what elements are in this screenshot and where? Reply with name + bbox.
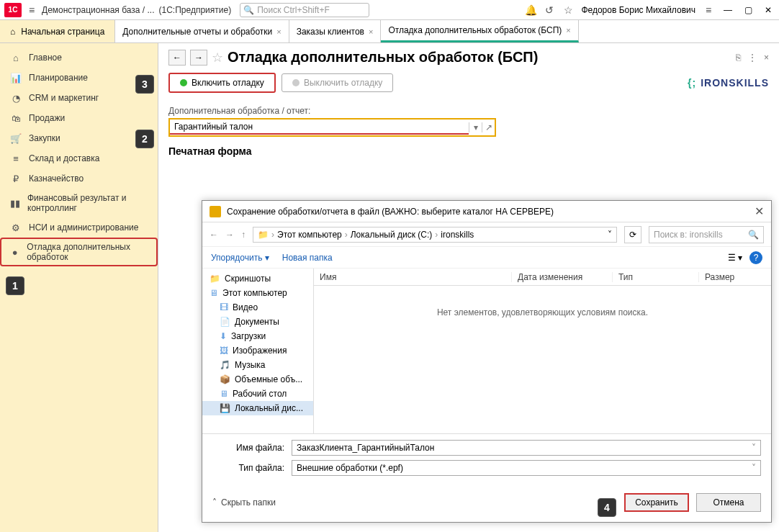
hide-folders-toggle[interactable]: ˄Скрыть папки (212, 497, 276, 508)
bc-dropdown-icon[interactable]: ˅ (608, 230, 612, 240)
col-type[interactable]: Тип (613, 272, 699, 282)
dot-icon: ● (10, 246, 19, 258)
filename-value: ЗаказКлиента_ГарантийныйТалон (297, 443, 434, 453)
sidebar-item-purchases[interactable]: 🛒Закупки (0, 128, 158, 148)
sidebar-item-warehouse[interactable]: ≡Склад и доставка (0, 148, 158, 168)
breadcrumb[interactable]: 📁 › Этот компьютер › Локальный диск (C:)… (253, 227, 617, 243)
sidebar-label: Отладка дополнительных обработок (27, 242, 148, 262)
sidebar-item-finance[interactable]: ▮▮Финансовый результат и контроллинг (0, 189, 158, 217)
more-icon[interactable]: ⋮ (748, 53, 757, 63)
step-marker-1: 1 (6, 276, 24, 295)
tree-label: Локальный дис... (235, 403, 303, 413)
tree-label: Документы (235, 317, 279, 327)
link-icon[interactable]: ⎘ (736, 53, 741, 63)
bc-item[interactable]: Локальный диск (C:) (351, 230, 433, 240)
history-icon[interactable]: ↺ (544, 4, 555, 16)
tree-item[interactable]: 🎵Музыка (202, 358, 313, 372)
enable-debug-button[interactable]: Включить отладку (168, 73, 276, 93)
dropdown-icon[interactable]: ˅ (752, 443, 756, 453)
col-date[interactable]: Дата изменения (512, 272, 613, 282)
view-icon[interactable]: ☰ ▾ (728, 253, 742, 263)
sidebar-item-admin[interactable]: ⚙НСИ и администрирование (0, 217, 158, 238)
cancel-button[interactable]: Отмена (696, 493, 761, 512)
tree-item[interactable]: ⬇Загрузки (202, 329, 313, 343)
settings-icon[interactable]: ≡ (703, 4, 714, 16)
save-button[interactable]: Сохранить (624, 493, 689, 512)
organize-menu[interactable]: Упорядочить ▾ (211, 253, 269, 263)
tab-home[interactable]: ⌂ Начальная страница (0, 20, 115, 42)
folder-tree[interactable]: 📁Скриншоты🖥Этот компьютер🎞Видео📄Документ… (202, 269, 314, 433)
new-folder-button[interactable]: Новая папка (282, 253, 333, 263)
tab-reports[interactable]: Дополнительные отчеты и обработки × (115, 20, 289, 42)
tree-item[interactable]: 📁Скриншоты (202, 271, 313, 286)
dropdown-icon[interactable]: ▾ (469, 122, 482, 132)
tree-label: Загрузки (231, 331, 266, 341)
tab-close-icon[interactable]: × (369, 27, 373, 36)
tree-item[interactable]: 🎞Видео (202, 300, 313, 315)
open-external-icon[interactable]: ↗ (482, 122, 495, 132)
search-icon: 🔍 (748, 230, 759, 240)
minimize-button[interactable]: — (721, 4, 734, 17)
green-dot-icon (180, 79, 187, 86)
sidebar-item-sales[interactable]: 🛍Продажи (0, 108, 158, 128)
bell-icon[interactable]: 🔔 (525, 4, 536, 16)
tree-label: Музыка (235, 360, 265, 370)
hide-folders-label: Скрыть папки (221, 497, 276, 508)
pie-icon: ◔ (10, 92, 22, 104)
sidebar-item-debug[interactable]: ●Отладка дополнительных обработок (0, 238, 158, 266)
menu-icon[interactable]: ≡ (26, 4, 37, 16)
bc-item[interactable]: ironskills (441, 230, 474, 240)
nav-up-icon[interactable]: ↑ (241, 230, 246, 240)
tree-item[interactable]: 📄Документы (202, 315, 313, 329)
refresh-button[interactable]: ⟳ (624, 226, 641, 243)
nav-fwd-icon[interactable]: → (225, 230, 234, 240)
filetype-select[interactable]: Внешние обработки (*.epf)˅ (292, 460, 761, 476)
star-icon[interactable]: ☆ (562, 4, 574, 16)
folder-search[interactable]: Поиск в: ironskills 🔍 (649, 226, 764, 243)
search-placeholder: Поиск Ctrl+Shift+F (257, 5, 330, 15)
favorite-icon[interactable]: ☆ (212, 50, 223, 66)
sidebar-label: Казначейство (29, 173, 84, 184)
bc-item[interactable]: Этот компьютер (277, 230, 342, 240)
ironskills-logo: {;IRONSKILLS (688, 77, 769, 89)
sidebar-item-main[interactable]: ⌂Главное (0, 48, 158, 68)
user-name[interactable]: Федоров Борис Михайлович (581, 5, 695, 15)
sidebar-label: Склад и доставка (29, 153, 99, 163)
dropdown-icon[interactable]: ˅ (752, 463, 756, 473)
close-button[interactable]: ✕ (762, 4, 775, 17)
folder-icon: 📁 (210, 274, 220, 284)
sidebar-item-treasury[interactable]: ₽Казначейство (0, 168, 158, 189)
tab-debug[interactable]: Отладка дополнительных обработок (БСП) × (381, 20, 578, 42)
app-name: (1С:Предприятие) (159, 5, 232, 15)
panel-close-icon[interactable]: × (764, 53, 769, 63)
sidebar-item-crm[interactable]: ◔CRM и маркетинг (0, 88, 158, 108)
disable-debug-button[interactable]: Выключить отладку (282, 73, 394, 92)
tree-label: Скриншоты (225, 274, 271, 284)
help-icon[interactable]: ? (749, 251, 762, 264)
bc-sep: › (435, 230, 438, 240)
tree-item[interactable]: 📦Объемные объ... (202, 372, 313, 387)
folder-icon: 🖥 (220, 389, 228, 399)
enable-debug-label: Включить отладку (192, 78, 264, 88)
col-size[interactable]: Размер (699, 272, 771, 282)
report-selector[interactable]: Гарантийный талон ▾ ↗ (168, 118, 496, 137)
dialog-close-button[interactable]: ✕ (755, 204, 764, 218)
tab-orders[interactable]: Заказы клиентов × (289, 20, 382, 42)
folder-icon: 🖼 (220, 346, 228, 356)
tree-item[interactable]: 🖥Этот компьютер (202, 286, 313, 300)
filetype-label: Тип файла: (212, 463, 284, 473)
forward-button[interactable]: → (190, 50, 207, 66)
col-name[interactable]: Имя (314, 272, 512, 282)
sidebar-label: Планирование (29, 73, 88, 83)
back-button[interactable]: ← (168, 50, 186, 66)
global-search[interactable]: 🔍 Поиск Ctrl+Shift+F (240, 3, 369, 17)
tab-close-icon[interactable]: × (276, 27, 281, 36)
maximize-button[interactable]: ▢ (742, 4, 755, 17)
sidebar-item-planning[interactable]: 📊Планирование (0, 68, 158, 88)
tree-item[interactable]: 🖥Рабочий стол (202, 387, 313, 401)
nav-back-icon[interactable]: ← (210, 230, 218, 240)
tab-close-icon[interactable]: × (566, 26, 570, 35)
tree-item[interactable]: 💾Локальный дис... (202, 401, 313, 415)
tree-item[interactable]: 🖼Изображения (202, 343, 313, 358)
filename-input[interactable]: ЗаказКлиента_ГарантийныйТалон˅ (292, 440, 761, 456)
